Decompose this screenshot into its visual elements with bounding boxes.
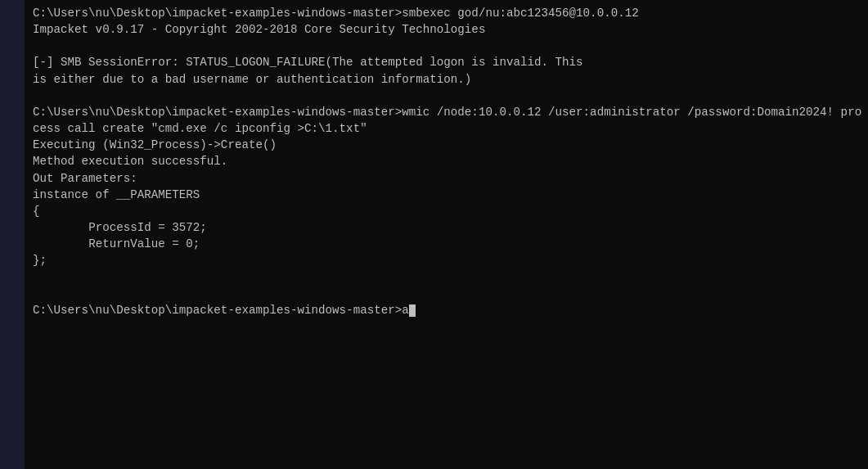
terminal-output: C:\Users\nu\Desktop\impacket-examples-wi… xyxy=(33,5,863,318)
terminal-window: C:\Users\nu\Desktop\impacket-examples-wi… xyxy=(0,0,868,469)
terminal-line: { xyxy=(33,205,40,218)
terminal-line: Executing (Win32_Process)->Create() xyxy=(33,138,277,151)
terminal-line: Impacket v0.9.17 - Copyright 2002-2018 C… xyxy=(33,23,485,36)
tab-label-3[interactable] xyxy=(11,28,14,34)
left-sidebar xyxy=(0,0,25,469)
terminal-line: C:\Users\nu\Desktop\impacket-examples-wi… xyxy=(33,7,639,20)
tab-label-1[interactable] xyxy=(11,8,14,15)
terminal-line: [-] SMB SessionError: STATUS_LOGON_FAILU… xyxy=(33,56,583,85)
terminal-line: Out Parameters: xyxy=(33,172,137,185)
terminal-line: C:\Users\nu\Desktop\impacket-examples-wi… xyxy=(33,106,861,135)
terminal-line: instance of __PARAMETERS xyxy=(33,188,200,201)
terminal-line: ReturnValue = 0; xyxy=(33,237,200,250)
terminal-line: ProcessId = 3572; xyxy=(33,221,207,234)
cursor xyxy=(409,304,416,317)
terminal-line: Method execution successful. xyxy=(33,155,227,168)
terminal-main[interactable]: C:\Users\nu\Desktop\impacket-examples-wi… xyxy=(25,0,868,469)
tab-label-2[interactable] xyxy=(11,18,14,25)
prompt-line: C:\Users\nu\Desktop\impacket-examples-wi… xyxy=(33,304,409,317)
terminal-line: }; xyxy=(33,254,47,267)
